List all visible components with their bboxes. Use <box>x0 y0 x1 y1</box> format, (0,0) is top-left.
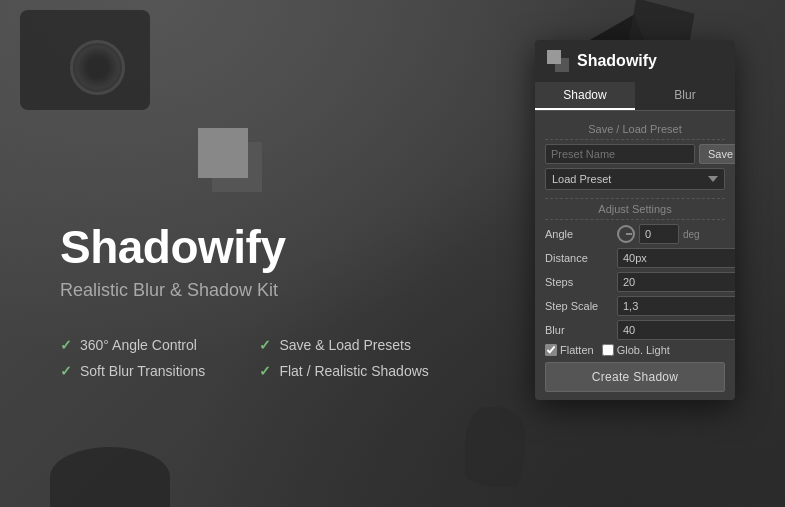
features-list: ✓ 360° Angle Control ✓ Save & Load Prese… <box>60 337 429 379</box>
feature-label-0: 360° Angle Control <box>80 337 197 353</box>
glob-light-checkbox-item: Glob. Light <box>602 344 670 356</box>
angle-row: Angle deg <box>545 224 725 244</box>
distance-row: Distance <box>545 248 725 268</box>
adjust-settings-label: Adjust Settings <box>545 203 725 215</box>
divider-3 <box>545 219 725 220</box>
preset-name-input[interactable] <box>545 144 695 164</box>
checkbox-row: Flatten Glob. Light <box>545 344 725 356</box>
app-title: Shadowify <box>60 220 429 274</box>
feature-label-3: Flat / Realistic Shadows <box>279 363 428 379</box>
save-preset-button[interactable]: Save <box>699 144 735 164</box>
divider-1 <box>545 139 725 140</box>
glob-light-label: Glob. Light <box>617 344 670 356</box>
shadowify-panel: Shadowify Shadow Blur Save / Load Preset… <box>535 40 735 400</box>
angle-input[interactable] <box>639 224 679 244</box>
camera-decoration <box>20 10 150 110</box>
blur-label: Blur <box>545 324 613 336</box>
check-icon-0: ✓ <box>60 337 72 353</box>
check-icon-2: ✓ <box>60 363 72 379</box>
preset-section-label: Save / Load Preset <box>545 123 725 135</box>
panel-header: Shadowify <box>535 40 735 82</box>
load-preset-dropdown[interactable]: Load Preset <box>545 168 725 190</box>
divider-2 <box>545 198 725 199</box>
left-content: Shadowify Realistic Blur & Shadow Kit ✓ … <box>60 220 429 379</box>
distance-input[interactable] <box>617 248 735 268</box>
step-scale-label: Step Scale <box>545 300 613 312</box>
angle-unit: deg <box>683 229 707 240</box>
angle-label: Angle <box>545 228 613 240</box>
check-icon-3: ✓ <box>259 363 271 379</box>
angle-icon <box>617 225 635 243</box>
tab-shadow[interactable]: Shadow <box>535 82 635 110</box>
step-scale-input[interactable] <box>617 296 735 316</box>
preset-save-row: Save <box>545 144 725 164</box>
flatten-label: Flatten <box>560 344 594 356</box>
plant-decoration <box>465 407 525 487</box>
flatten-checkbox[interactable] <box>545 344 557 356</box>
panel-logo-icon <box>547 50 569 72</box>
panel-body: Save / Load Preset Save Load Preset Adju… <box>535 111 735 400</box>
steps-label: Steps <box>545 276 613 288</box>
camera-lens-decoration <box>70 40 125 95</box>
step-scale-row: Step Scale <box>545 296 725 316</box>
feature-label-2: Soft Blur Transitions <box>80 363 205 379</box>
tab-blur[interactable]: Blur <box>635 82 735 110</box>
blur-row: Blur px <box>545 320 725 340</box>
feature-item-3: ✓ Flat / Realistic Shadows <box>259 363 428 379</box>
distance-label: Distance <box>545 252 613 264</box>
tab-bar: Shadow Blur <box>535 82 735 111</box>
feature-item-0: ✓ 360° Angle Control <box>60 337 229 353</box>
panel-logo-main <box>547 50 561 64</box>
feature-label-1: Save & Load Presets <box>279 337 411 353</box>
logo-main-square <box>198 128 248 178</box>
feature-item-1: ✓ Save & Load Presets <box>259 337 428 353</box>
hero-logo-icon <box>190 120 270 200</box>
steps-input[interactable] <box>617 272 735 292</box>
steps-row: Steps <box>545 272 725 292</box>
create-shadow-button[interactable]: Create Shadow <box>545 362 725 392</box>
glob-light-checkbox[interactable] <box>602 344 614 356</box>
blur-input[interactable] <box>617 320 735 340</box>
check-icon-1: ✓ <box>259 337 271 353</box>
feature-item-2: ✓ Soft Blur Transitions <box>60 363 229 379</box>
panel-title: Shadowify <box>577 52 657 70</box>
rock-decoration <box>50 447 170 507</box>
flatten-checkbox-item: Flatten <box>545 344 594 356</box>
app-subtitle: Realistic Blur & Shadow Kit <box>60 280 429 301</box>
